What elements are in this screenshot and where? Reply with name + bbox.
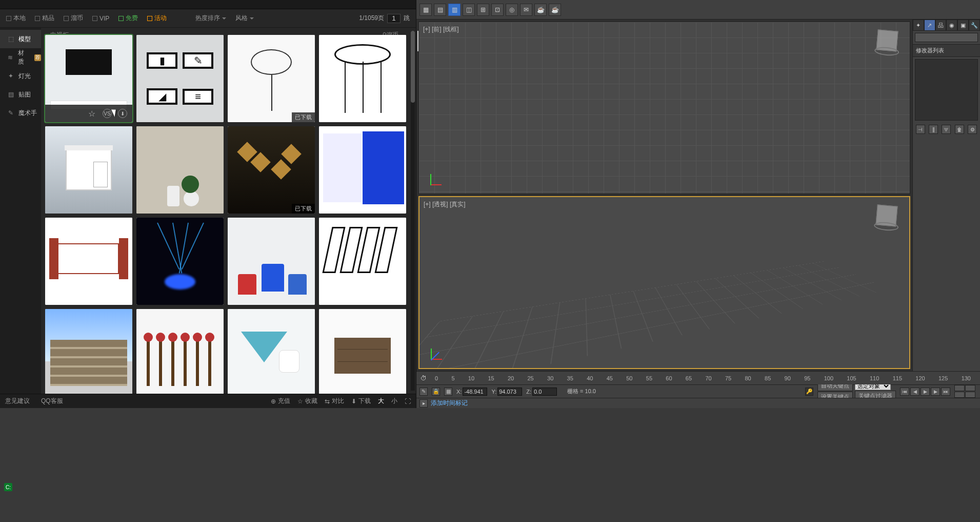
filter-local[interactable]: 本地 bbox=[6, 14, 26, 23]
sidebar-item-light[interactable]: ✦ 灯光 bbox=[0, 67, 41, 85]
fov-button[interactable] bbox=[954, 392, 965, 398]
toolbar-btn-4[interactable]: ◫ bbox=[463, 4, 475, 16]
download-icon[interactable]: ⬇ bbox=[118, 109, 127, 118]
cmd-tab-utilities[interactable]: 🔧 bbox=[969, 20, 980, 31]
feedback-link[interactable]: 意见建议 bbox=[5, 397, 30, 405]
recharge-button[interactable]: ⊕ 充值 bbox=[271, 397, 290, 405]
thumb-planter-corner[interactable] bbox=[136, 126, 224, 214]
remove-button[interactable]: 🗑 bbox=[955, 125, 964, 134]
viewport-perspective[interactable]: [+] [透视] [真实] bbox=[418, 196, 910, 370]
viewport-front[interactable]: [+] [前] [线框] bbox=[418, 22, 910, 194]
fullscreen-button[interactable]: ⛶ bbox=[405, 398, 411, 405]
thumb-plastic-stools[interactable] bbox=[228, 218, 315, 305]
size-big-button[interactable]: 大 bbox=[378, 397, 384, 405]
pin-stack-button[interactable]: ⊣ bbox=[916, 125, 925, 134]
prompt-icon[interactable]: ✎ bbox=[419, 388, 428, 396]
thumb-photo-frames[interactable]: ▮✎◢≡ bbox=[136, 35, 224, 122]
coord-z-input[interactable] bbox=[532, 388, 557, 396]
pan-button[interactable] bbox=[954, 385, 965, 391]
sidebar-item-model[interactable]: ⬚ 模型 bbox=[0, 30, 41, 48]
toolbar-btn-5[interactable]: ⊞ bbox=[477, 4, 489, 16]
timeline-tick: 125 bbox=[938, 375, 948, 381]
asset-scrollbar[interactable] bbox=[411, 31, 415, 391]
filter-free[interactable]: 免费 bbox=[118, 14, 138, 23]
toolbar-btn-6[interactable]: ⊡ bbox=[491, 4, 504, 16]
sidebar-item-material[interactable]: ≋ 材质 荐 bbox=[0, 48, 41, 67]
cmd-tab-display[interactable]: ▣ bbox=[957, 20, 969, 31]
cmd-tab-create[interactable]: ✦ bbox=[913, 20, 924, 31]
qq-service-link[interactable]: QQ客服 bbox=[41, 397, 63, 405]
sort-hot[interactable]: 热度排序 bbox=[195, 14, 226, 23]
coord-y-input[interactable] bbox=[497, 388, 522, 396]
thumb-black-side-table[interactable] bbox=[319, 35, 406, 122]
filter-coin[interactable]: 溜币 bbox=[64, 14, 83, 23]
scrollbar-thumb[interactable] bbox=[411, 31, 415, 103]
download-button[interactable]: ⬇ 下载 bbox=[351, 397, 371, 405]
prev-frame-button[interactable]: ◀ bbox=[910, 388, 919, 396]
toolbar-btn-10[interactable]: ☕ bbox=[549, 4, 561, 16]
sidebar-item-texture[interactable]: ▤ 贴图 bbox=[0, 85, 41, 104]
toolbar-btn-9[interactable]: ☕ bbox=[534, 4, 547, 16]
thumb-culture-sign[interactable] bbox=[45, 218, 132, 305]
filter-vip[interactable]: VIP bbox=[92, 15, 109, 22]
thumb-round-side-table[interactable]: 已下载 bbox=[228, 35, 315, 122]
viewport-label-persp[interactable]: [+] [透视] [真实] bbox=[424, 200, 466, 209]
toolbar-btn-8[interactable]: ✉ bbox=[520, 4, 532, 16]
thumb-wood-dresser[interactable] bbox=[319, 309, 406, 394]
object-name-field[interactable] bbox=[915, 33, 978, 42]
thumb-tv-cabinet[interactable]: ☆ VS ⬇ bbox=[45, 35, 132, 122]
cmd-tab-modify[interactable]: ↗ bbox=[924, 20, 935, 31]
script-icon[interactable]: ▸ bbox=[419, 399, 428, 408]
thumb-table-legs[interactable] bbox=[319, 218, 406, 305]
cmd-tab-hierarchy[interactable]: 品 bbox=[935, 20, 947, 31]
star-icon[interactable]: ☆ bbox=[87, 109, 96, 118]
timeline[interactable]: ⏱ 05101520253035404550556065707580859095… bbox=[416, 371, 980, 384]
pager-jump[interactable]: 跳 bbox=[404, 14, 410, 23]
compare-button[interactable]: ⇆ 对比 bbox=[325, 397, 344, 405]
thumb-street-lamps[interactable] bbox=[136, 309, 224, 394]
viewcube[interactable] bbox=[875, 204, 897, 226]
thumb-office-building[interactable] bbox=[45, 309, 132, 394]
sidebar-item-magic[interactable]: ✎ 魔术手 bbox=[0, 104, 41, 122]
viewcube[interactable] bbox=[876, 29, 898, 51]
viewport-label-front[interactable]: [+] [前] [线框] bbox=[423, 25, 459, 34]
snap-icon[interactable]: ▦ bbox=[444, 388, 452, 396]
thumb-exhibition-hall[interactable] bbox=[319, 126, 406, 214]
modifier-list-label[interactable]: 修改器列表 bbox=[913, 44, 980, 57]
play-button[interactable]: ▶ bbox=[921, 388, 930, 396]
command-panel-tabs: ✦ ↗ 品 ◉ ▣ 🔧 bbox=[913, 20, 980, 31]
filter-activity[interactable]: 活动 bbox=[147, 14, 167, 23]
add-time-tag[interactable]: 添加时间标记 bbox=[431, 399, 468, 408]
modifier-stack[interactable] bbox=[915, 59, 978, 121]
thumb-guard-booth[interactable] bbox=[45, 126, 132, 214]
goto-end-button[interactable]: ⏭ bbox=[941, 388, 950, 396]
coord-x-input[interactable] bbox=[463, 388, 487, 396]
modifier-stack-buttons: ⊣ ‖ ⩔ 🗑 ⚙ bbox=[913, 123, 980, 136]
goto-start-button[interactable]: ⏮ bbox=[900, 388, 909, 396]
toolbar-btn-1[interactable]: ▦ bbox=[419, 4, 432, 16]
toolbar-btn-2[interactable]: ▤ bbox=[434, 4, 446, 16]
maximize-button[interactable] bbox=[965, 392, 975, 398]
toolbar-btn-3[interactable]: ▥ bbox=[448, 4, 461, 16]
checkbox-icon bbox=[92, 16, 97, 21]
unique-button[interactable]: ⩔ bbox=[942, 125, 951, 134]
orbit-button[interactable] bbox=[965, 385, 975, 391]
thumb-cyan-side-table[interactable] bbox=[228, 309, 315, 394]
cmd-tab-motion[interactable]: ◉ bbox=[946, 20, 957, 31]
config-button[interactable]: ⚙ bbox=[968, 125, 977, 134]
favorite-button[interactable]: ☆ 收藏 bbox=[297, 397, 317, 405]
next-frame-button[interactable]: ▶ bbox=[931, 388, 940, 396]
thumb-stage-lighting[interactable] bbox=[136, 218, 224, 305]
toolbar-btn-7[interactable]: ◎ bbox=[506, 4, 518, 16]
pager-input[interactable] bbox=[387, 14, 401, 23]
filter-boutique[interactable]: 精品 bbox=[35, 14, 54, 23]
vs-icon[interactable]: VS bbox=[103, 109, 112, 118]
key-icon[interactable]: 🔑 bbox=[805, 388, 813, 396]
thumb-hotel-corridor[interactable]: 已下载 bbox=[228, 126, 315, 214]
size-small-button[interactable]: 小 bbox=[391, 397, 397, 405]
timeline-lock-icon[interactable]: ⏱ bbox=[421, 375, 427, 382]
show-end-button[interactable]: ‖ bbox=[929, 125, 938, 134]
sort-style[interactable]: 风格 bbox=[235, 14, 254, 23]
c-drive-badge[interactable]: C: bbox=[4, 483, 12, 491]
lock-icon[interactable]: 🔒 bbox=[432, 388, 440, 396]
